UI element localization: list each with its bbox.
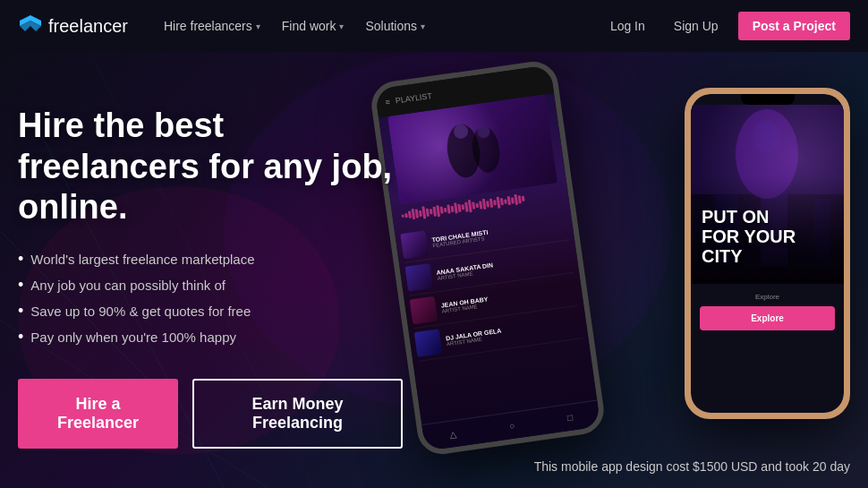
song-thumb-4 <box>414 329 443 357</box>
nav-hire-label: Hire freelancers <box>164 19 252 33</box>
bullet-2: Any job you can possibly think of <box>18 276 403 295</box>
explore-subtext: Explore <box>700 293 835 301</box>
phone-left-screen: ≡ PLAYLIST <box>375 64 601 451</box>
nav-links: Hire freelancers ▾ Find work ▾ Solutions… <box>155 13 601 39</box>
song-list: TORI CHALE MISTI FEATURED ARTISTS ANAA S… <box>394 203 589 366</box>
city-label: CITY <box>702 246 796 266</box>
find-work-chevron-icon: ▾ <box>339 21 344 31</box>
nav-hire-freelancers[interactable]: Hire freelancers ▾ <box>155 13 269 39</box>
logo[interactable]: freelancer <box>18 13 128 39</box>
bullet-4: Pay only when you're 100% happy <box>18 328 403 347</box>
navbar: freelancer Hire freelancers ▾ Find work … <box>0 0 868 52</box>
phone-nav-home-icon: △ <box>449 429 457 440</box>
phone-right-image: PUT ON FOR YOUR CITY <box>691 105 844 284</box>
phone-notch <box>741 94 795 105</box>
hero-caption: This mobile app design cost $1500 USD an… <box>534 459 850 474</box>
phone-left: ≡ PLAYLIST <box>369 58 607 457</box>
explore-button[interactable]: Explore <box>700 306 835 330</box>
phone-right-footer: Explore Explore <box>691 284 844 339</box>
hero-content: Hire the best freelancers for any job, o… <box>18 106 403 449</box>
bullet-1: World's largest freelance marketplace <box>18 250 403 269</box>
song-thumb-2 <box>404 263 433 292</box>
nav-right: Log In Sign Up Post a Project <box>601 12 850 40</box>
nav-find-work-label: Find work <box>282 19 336 33</box>
hire-chevron-icon: ▾ <box>256 21 260 31</box>
phones-area: ≡ PLAYLIST <box>367 52 868 488</box>
nav-solutions-label: Solutions <box>365 19 417 33</box>
earn-money-button[interactable]: Earn Money Freelancing <box>192 379 403 449</box>
hero-bullets: World's largest freelance marketplace An… <box>18 250 403 347</box>
phone-nav-square-icon: □ <box>566 413 574 424</box>
phone-nav-circle-icon: ○ <box>509 421 516 432</box>
phone-right-screen: PUT ON FOR YOUR CITY Explore Explore <box>691 94 844 413</box>
nav-solutions[interactable]: Solutions ▾ <box>356 13 434 39</box>
hire-freelancer-button[interactable]: Hire a Freelancer <box>18 379 178 449</box>
hero-title: Hire the best freelancers for any job, o… <box>18 106 403 228</box>
hero-section: Hire the best freelancers for any job, o… <box>0 52 868 488</box>
logo-text: freelancer <box>48 16 128 37</box>
put-on-label: PUT ON <box>702 207 796 227</box>
post-project-button[interactable]: Post a Project <box>738 12 850 40</box>
hero-buttons: Hire a Freelancer Earn Money Freelancing <box>18 379 403 449</box>
signup-link[interactable]: Sign Up <box>665 13 728 39</box>
logo-icon <box>18 13 43 39</box>
solutions-chevron-icon: ▾ <box>421 21 425 31</box>
album-art-svg <box>432 109 513 190</box>
bullet-3: Save up to 90% & get quotes for free <box>18 302 403 321</box>
song-thumb-3 <box>410 296 438 325</box>
playlist-header-label: PLAYLIST <box>395 91 432 106</box>
for-your-label: FOR YOUR <box>702 227 796 246</box>
phone-right: PUT ON FOR YOUR CITY Explore Explore <box>685 88 850 419</box>
put-on-text: PUT ON FOR YOUR CITY <box>702 207 796 266</box>
nav-find-work[interactable]: Find work ▾ <box>273 13 353 39</box>
song-thumb-1 <box>400 230 429 259</box>
login-link[interactable]: Log In <box>601 13 654 39</box>
phone-nav-bar: △ ○ □ <box>421 400 600 451</box>
